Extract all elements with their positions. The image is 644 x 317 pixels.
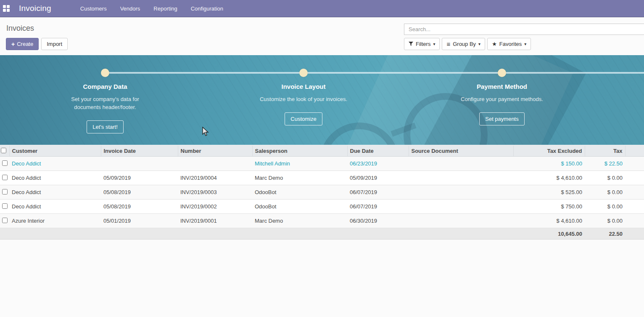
mouse-cursor — [202, 127, 209, 137]
create-button[interactable]: + Create — [6, 38, 39, 50]
onboarding-step-company-data: Company Data Set your company's data for… — [46, 83, 164, 133]
set-payments-button[interactable]: Set payments — [479, 112, 525, 125]
col-header-tax[interactable]: Tax — [585, 146, 625, 157]
col-header-number[interactable]: Number — [178, 146, 252, 157]
cell-source-document[interactable] — [409, 214, 513, 228]
cell-invoice-date[interactable]: 05/01/2019 — [101, 214, 178, 228]
col-header-customer[interactable]: Customer — [9, 146, 101, 157]
col-header-salesperson[interactable]: Salesperson — [252, 146, 347, 157]
group-by-label: Group By — [453, 41, 476, 47]
col-header-source-document[interactable]: Source Document — [409, 146, 513, 157]
cell-due-date[interactable]: 06/07/2019 — [347, 200, 409, 214]
cell-customer[interactable]: Deco Addict — [9, 185, 101, 200]
cell-tax[interactable]: $ 0.00 — [585, 185, 625, 200]
row-checkbox[interactable] — [2, 189, 8, 194]
cell-invoice-date[interactable]: 05/09/2019 — [101, 171, 178, 185]
menu-vendors[interactable]: Vendors — [115, 3, 145, 14]
step-description: Customize the look of your invoices. — [259, 95, 348, 103]
step-title: Payment Method — [443, 83, 561, 90]
cell-customer[interactable]: Azure Interior — [9, 214, 101, 228]
cell-tax-excluded[interactable]: $ 4,610.00 — [513, 171, 585, 185]
table-header-row: Customer Invoice Date Number Salesperson… — [0, 146, 644, 157]
cell-tax-excluded[interactable]: $ 4,610.00 — [513, 214, 585, 228]
search-input[interactable] — [404, 24, 644, 35]
cell-tax[interactable]: $ 0.00 — [585, 200, 625, 214]
total-tax-excluded: 10,645.00 — [513, 228, 585, 240]
cell-number[interactable]: INV/2019/0002 — [178, 200, 252, 214]
cell-invoice-date[interactable] — [101, 157, 178, 171]
cell-invoice-date[interactable]: 05/08/2019 — [101, 200, 178, 214]
cell-trailing — [625, 157, 644, 171]
step-description: Set your company's data for documents he… — [61, 95, 149, 111]
cell-customer[interactable]: Deco Addict — [9, 157, 101, 171]
cell-salesperson[interactable]: Marc Demo — [252, 171, 347, 185]
lets-start-button[interactable]: Let's start! — [87, 120, 124, 133]
cell-number[interactable] — [178, 157, 252, 171]
cell-trailing — [625, 228, 644, 240]
row-checkbox[interactable] — [2, 218, 8, 223]
cell-tax-excluded[interactable]: $ 750.00 — [513, 200, 585, 214]
cell-invoice-date[interactable]: 05/08/2019 — [101, 185, 178, 200]
cell-due-date[interactable]: 06/23/2019 — [347, 157, 409, 171]
customize-button[interactable]: Customize — [285, 112, 322, 125]
col-header-tax-excluded[interactable]: Tax Excluded — [513, 146, 585, 157]
cell-source-document[interactable] — [409, 171, 513, 185]
cell-due-date[interactable]: 06/07/2019 — [347, 185, 409, 200]
cell-source-document[interactable] — [409, 185, 513, 200]
menu-customers[interactable]: Customers — [75, 3, 112, 14]
cell-trailing — [625, 185, 644, 200]
cell-salesperson[interactable]: OdooBot — [252, 200, 347, 214]
search-options: Filters ▾ ≡ Group By ▾ ★ Favorites ▾ — [404, 38, 531, 50]
col-header-invoice-date[interactable]: Invoice Date — [101, 146, 178, 157]
row-checkbox[interactable] — [2, 160, 8, 166]
timeline-dot-invoice-layout — [299, 69, 308, 77]
table-totals-row: 10,645.00 22.50 — [0, 228, 644, 240]
app-title: Invoicing — [19, 4, 51, 13]
cell-customer[interactable]: Deco Addict — [9, 171, 101, 185]
cell-due-date[interactable]: 06/30/2019 — [347, 214, 409, 228]
col-header-due-date[interactable]: Due Date — [347, 146, 409, 157]
cell-tax-excluded[interactable]: $ 150.00 — [513, 157, 585, 171]
row-checkbox[interactable] — [2, 175, 8, 180]
table-row[interactable]: Deco Addict 05/08/2019 INV/2019/0002 Odo… — [0, 200, 644, 214]
group-by-button[interactable]: ≡ Group By ▾ — [442, 38, 485, 50]
action-buttons: + Create Import — [6, 38, 68, 50]
cell-salesperson[interactable]: Mitchell Admin — [252, 157, 347, 171]
plus-icon: + — [11, 41, 15, 47]
onboarding-banner: Company Data Set your company's data for… — [0, 55, 644, 145]
cell-salesperson[interactable]: Marc Demo — [252, 214, 347, 228]
row-checkbox[interactable] — [2, 203, 8, 209]
filters-button[interactable]: Filters ▾ — [404, 38, 440, 50]
apps-grid-icon[interactable] — [3, 5, 10, 12]
cell-source-document[interactable] — [409, 157, 513, 171]
import-button[interactable]: Import — [41, 38, 68, 50]
cell-trailing — [625, 214, 644, 228]
table-row[interactable]: Deco Addict 05/09/2019 INV/2019/0004 Mar… — [0, 171, 644, 185]
cell-tax[interactable]: $ 0.00 — [585, 171, 625, 185]
table-row[interactable]: Deco Addict 05/08/2019 INV/2019/0003 Odo… — [0, 185, 644, 200]
create-button-label: Create — [17, 41, 33, 47]
timeline-dot-company-data — [101, 69, 109, 77]
table-row[interactable]: Azure Interior 05/01/2019 INV/2019/0001 … — [0, 214, 644, 228]
navbar-menu: Customers Vendors Reporting Configuratio… — [75, 3, 228, 14]
menu-configuration[interactable]: Configuration — [186, 3, 228, 14]
timeline-dot-payment-method — [498, 69, 506, 77]
menu-reporting[interactable]: Reporting — [148, 3, 182, 14]
favorites-button[interactable]: ★ Favorites ▾ — [487, 38, 531, 50]
cell-tax[interactable]: $ 22.50 — [585, 157, 625, 171]
select-all-checkbox[interactable] — [1, 148, 6, 153]
cell-number[interactable]: INV/2019/0003 — [178, 185, 252, 200]
step-title: Invoice Layout — [245, 83, 362, 90]
chevron-down-icon: ▾ — [433, 42, 435, 46]
cell-salesperson[interactable]: OdooBot — [252, 185, 347, 200]
step-description: Configure your payment methods. — [458, 95, 546, 103]
table-row[interactable]: Deco Addict Mitchell Admin 06/23/2019 $ … — [0, 157, 644, 171]
cell-tax[interactable]: $ 0.00 — [585, 214, 625, 228]
cell-source-document[interactable] — [409, 200, 513, 214]
cell-number[interactable]: INV/2019/0001 — [178, 214, 252, 228]
cell-number[interactable]: INV/2019/0004 — [178, 171, 252, 185]
cell-customer[interactable]: Deco Addict — [9, 200, 101, 214]
cell-tax-excluded[interactable]: $ 525.00 — [513, 185, 585, 200]
group-by-icon: ≡ — [446, 40, 450, 48]
cell-due-date[interactable]: 05/09/2019 — [347, 171, 409, 185]
